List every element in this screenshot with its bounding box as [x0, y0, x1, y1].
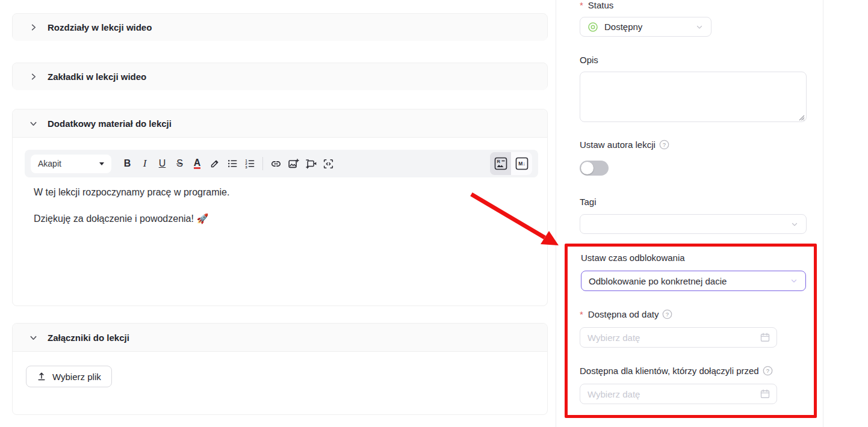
markdown-mode-icon: M↓ [515, 156, 529, 171]
unlock-time-label: Ustaw czas odblokowania [581, 253, 685, 263]
panel-divider-left [556, 0, 556, 427]
font-color-button[interactable]: A [188, 154, 206, 173]
chevron-down-icon [790, 220, 799, 229]
help-icon[interactable]: ? [662, 309, 672, 319]
bold-button[interactable]: B [119, 154, 136, 173]
toggle-knob [581, 162, 594, 174]
chevron-right-icon [29, 73, 37, 81]
available-before-date-input[interactable] [580, 384, 777, 404]
unlock-time-value: Odblokowanie po konkretnej dacie [589, 276, 727, 286]
required-asterisk: * [580, 0, 583, 10]
chevron-down-icon [29, 120, 37, 127]
tags-label: Tagi [580, 197, 597, 207]
paragraph-format-select[interactable]: Akapit [31, 155, 111, 173]
panel-dodatkowy-material: Dodatkowy materiał do lekcji Akapit B I … [12, 109, 548, 306]
panel-rozdzialy-header[interactable]: Rozdziały w lekcji wideo [13, 14, 547, 41]
available-from-date-input[interactable] [580, 327, 777, 348]
panel-divider-right [823, 0, 823, 427]
insert-video-icon [305, 157, 318, 170]
insert-video-button[interactable] [302, 154, 320, 173]
upload-icon [37, 372, 46, 381]
ordered-list-button[interactable]: 1 2 3 [241, 154, 258, 173]
font-color-icon: A [194, 158, 201, 169]
link-button[interactable] [267, 154, 285, 173]
svg-text:?: ? [666, 311, 669, 318]
choose-file-label: Wybierz plik [52, 372, 101, 382]
caret-down-icon [99, 162, 104, 165]
editor-mode-toggle: R M↓ [490, 152, 532, 175]
strikethrough-button[interactable]: S [171, 154, 188, 173]
description-label: Opis [580, 55, 598, 65]
svg-text:R: R [497, 159, 500, 164]
panel-zalaczniki-header[interactable]: Załączniki do lekcji [13, 324, 547, 352]
richtext-mode-button[interactable]: R [490, 152, 511, 175]
highlighter-icon [209, 158, 221, 170]
chevron-down-icon [695, 23, 704, 31]
tags-select[interactable] [580, 214, 807, 234]
editor-paragraph: Dziękuję za dołączenie i powodzenia! 🚀 [34, 213, 527, 225]
panel-title: Dodatkowy materiał do lekcji [48, 118, 172, 129]
editor-content[interactable]: W tej lekcji rozpoczynamy pracę w progra… [34, 186, 527, 239]
help-icon[interactable]: ? [659, 140, 669, 150]
insert-image-button[interactable] [285, 154, 302, 173]
insert-image-icon [287, 158, 300, 170]
underline-button[interactable]: U [153, 154, 171, 173]
panel-zalaczniki: Załączniki do lekcji Wybierz plik [12, 323, 548, 415]
embed-code-button[interactable] [320, 154, 337, 173]
richtext-mode-icon: R [494, 156, 508, 171]
svg-text:3: 3 [245, 165, 247, 169]
ordered-list-icon: 1 2 3 [244, 158, 256, 170]
markdown-mode-button[interactable]: M↓ [511, 152, 532, 175]
panel-title: Zakładki w lekcji wideo [48, 72, 146, 82]
panel-zakladki[interactable]: Zakładki w lekcji wideo [12, 63, 548, 90]
svg-text:?: ? [766, 367, 769, 374]
editor-paragraph: W tej lekcji rozpoczynamy pracę w progra… [34, 186, 527, 198]
bullet-list-icon [226, 158, 238, 170]
status-label: * Status [580, 0, 613, 10]
choose-file-button[interactable]: Wybierz plik [26, 366, 112, 387]
chevron-right-icon [29, 23, 37, 31]
bullet-list-button[interactable] [223, 154, 241, 173]
required-asterisk: * [580, 309, 583, 319]
chevron-down-icon [790, 277, 798, 285]
help-icon[interactable]: ? [763, 366, 773, 376]
status-select[interactable]: Dostępny [580, 17, 711, 37]
italic-button[interactable]: I [136, 154, 153, 173]
panel-zakladki-header[interactable]: Zakładki w lekcji wideo [13, 63, 547, 90]
panel-dodatkowy-material-header[interactable]: Dodatkowy materiał do lekcji [13, 109, 547, 138]
lesson-editor-page: { "accordion": { "panels": [ {"label": "… [0, 0, 868, 427]
toolbar-divider [262, 157, 263, 170]
unlock-time-select[interactable]: Odblokowanie po konkretnej dacie [581, 271, 806, 291]
author-toggle-label: Ustaw autora lekcji ? [580, 140, 669, 150]
available-before-label: Dostępna dla klientów, którzy dołączyli … [580, 366, 773, 376]
status-value: Dostępny [604, 22, 642, 32]
panel-rozdzialy[interactable]: Rozdziały w lekcji wideo [12, 13, 548, 40]
author-toggle-switch[interactable] [580, 161, 609, 176]
panel-title: Rozdziały w lekcji wideo [48, 22, 152, 32]
panel-title: Załączniki do lekcji [48, 333, 129, 343]
description-textarea[interactable] [580, 72, 807, 122]
chevron-down-icon [29, 334, 37, 342]
link-icon [270, 158, 282, 170]
editor-toolbar: Akapit B I U S A 1 2 3 [25, 150, 538, 177]
svg-text:M↓: M↓ [518, 161, 525, 167]
highlighter-button[interactable] [206, 154, 223, 173]
eye-icon [587, 22, 598, 32]
paragraph-format-value: Akapit [38, 159, 61, 168]
available-from-label: * Dostępna od daty ? [580, 309, 672, 319]
embed-code-icon [322, 158, 335, 170]
svg-text:?: ? [663, 141, 666, 148]
